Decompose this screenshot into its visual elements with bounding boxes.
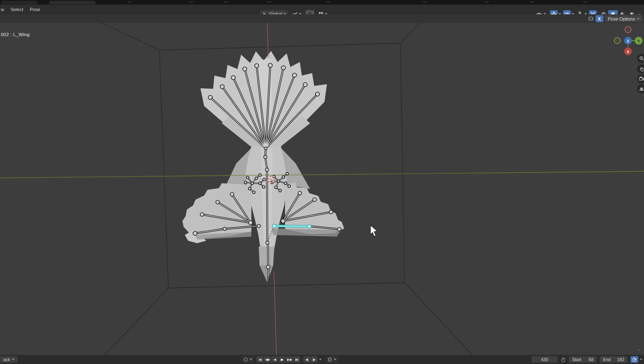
active-tab-segment <box>49 1 95 4</box>
playback-sync-button[interactable] <box>630 356 638 363</box>
end-value: 182 <box>617 357 624 362</box>
play-button[interactable]: ▶ <box>278 356 285 363</box>
gizmo-x-ball[interactable]: X <box>624 48 632 55</box>
ortho-grid-icon <box>639 86 644 92</box>
pose-options-label: Pose Options <box>608 16 635 21</box>
start-frame-field[interactable]: Start 68 <box>569 356 597 363</box>
transport-controls: |◀ ◀◆ ◀ ▶ ▶◆ ▶| <box>256 356 300 363</box>
gizmo-minus-y-ball[interactable] <box>614 38 621 44</box>
gizmo-y-ball[interactable]: Y <box>635 37 643 45</box>
pose-options-dropdown[interactable]: Pose Options <box>605 15 642 22</box>
active-object-label: 002 : L_Wing <box>1 32 30 37</box>
mirror-icon <box>588 16 594 22</box>
jump-to-end-button[interactable]: ▶| <box>293 356 300 363</box>
chevron-down-icon <box>12 359 14 360</box>
chevron-down-icon[interactable] <box>334 359 336 360</box>
gizmo-minus-x-ball[interactable] <box>625 27 631 33</box>
bird-mesh <box>182 51 344 282</box>
frame-step-group: ◀| |▶ <box>303 356 323 363</box>
step-forward-button[interactable]: |▶ <box>310 356 317 363</box>
magnet-icon[interactable] <box>327 357 332 362</box>
viewport-header: w Select Pose Global <box>0 5 644 14</box>
zoom-view-button[interactable] <box>637 54 644 63</box>
mouse-cursor <box>370 225 377 237</box>
viewport-3d[interactable]: 002 : L_Wing Z Y X <box>0 23 644 355</box>
gizmo-z-ball[interactable]: Z <box>624 37 632 45</box>
start-value: 68 <box>589 357 593 362</box>
mirror-x-toggle[interactable]: X <box>596 15 603 22</box>
auto-key-group <box>242 356 253 363</box>
gizmo-y-label: Y <box>637 39 640 43</box>
tool-settings-bar: X Pose Options <box>0 14 644 23</box>
hand-icon <box>639 67 644 72</box>
current-frame-field[interactable]: 430 <box>531 356 558 363</box>
perspective-toggle-button[interactable] <box>637 84 644 93</box>
viewport-nav-column: Z Y X <box>611 24 644 122</box>
end-frame-field[interactable]: End 182 <box>600 356 628 363</box>
next-keyframe-button[interactable]: ▶◆ <box>286 356 293 363</box>
region-collapse-chevron[interactable]: ⌃ <box>637 349 641 353</box>
pan-view-button[interactable] <box>637 65 644 74</box>
auto-key-record-icon[interactable] <box>244 357 248 362</box>
menu-view-truncated[interactable]: w <box>0 5 7 14</box>
magnifier-icon <box>639 56 644 61</box>
timeline-sync-group <box>630 356 642 363</box>
step-options-chevron[interactable] <box>318 356 323 363</box>
menu-select[interactable]: Select <box>7 5 27 14</box>
chevron-down-icon[interactable] <box>250 359 252 360</box>
menu-pose[interactable]: Pose <box>27 5 44 14</box>
playback-menu-truncated[interactable]: ack <box>0 356 18 363</box>
tab-segment <box>2 1 37 4</box>
camera-icon <box>639 76 644 82</box>
start-label: Start <box>572 357 581 362</box>
camera-view-button[interactable] <box>637 74 644 83</box>
3d-scene <box>0 23 644 355</box>
jump-to-start-button[interactable]: |◀ <box>256 356 263 363</box>
chevron-down-icon <box>637 18 639 20</box>
end-label: End <box>603 357 611 362</box>
stopwatch-icon <box>561 357 566 362</box>
play-reverse-button[interactable]: ◀ <box>271 356 278 363</box>
gizmo-x-label: X <box>627 49 630 54</box>
y-axis-line <box>0 171 644 178</box>
prev-keyframe-button[interactable]: ◀◆ <box>264 356 271 363</box>
chevron-down-icon[interactable] <box>640 359 642 360</box>
timeline-snap-group <box>326 356 338 363</box>
orientation-gizmo[interactable]: Z Y X <box>611 24 644 58</box>
timeline-bar: ack |◀ ◀◆ ◀ ▶ ▶◆ ▶| ◀| |▶ <box>0 355 644 364</box>
gizmo-z-label: Z <box>627 39 629 43</box>
browser-tab-strip <box>0 0 644 5</box>
step-back-button[interactable]: ◀| <box>303 356 310 363</box>
